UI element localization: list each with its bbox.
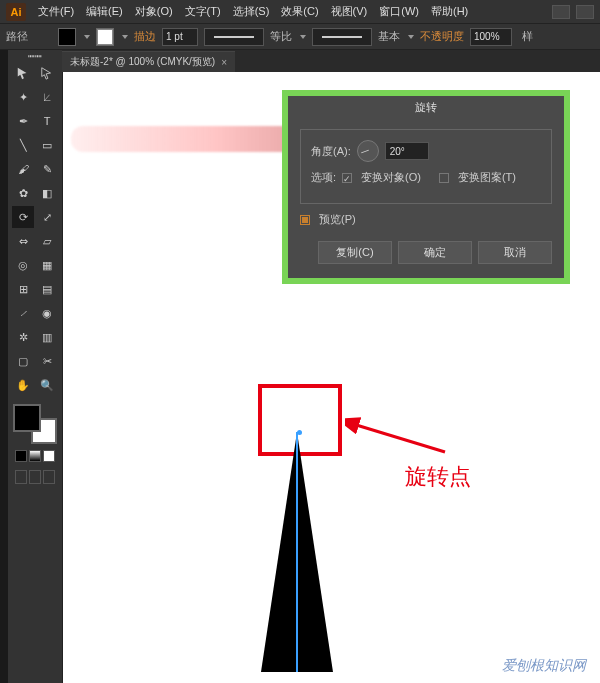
ok-button[interactable]: 确定 — [398, 241, 472, 264]
path-label: 路径 — [6, 29, 28, 44]
zoom-tool[interactable]: 🔍 — [36, 374, 58, 396]
workspace-icon[interactable] — [552, 5, 570, 19]
brush-select[interactable] — [312, 28, 372, 46]
eyedropper-tool[interactable]: ⟋ — [12, 302, 34, 324]
close-icon[interactable]: × — [221, 57, 227, 68]
hand-tool[interactable]: ✋ — [12, 374, 34, 396]
menu-view[interactable]: 视图(V) — [325, 2, 374, 21]
preview-label: 预览(P) — [319, 212, 356, 227]
document-tab-title: 未标题-2* @ 100% (CMYK/预览) — [70, 55, 215, 69]
width-tool[interactable]: ⇔ — [12, 230, 34, 252]
shape-builder-tool[interactable]: ◎ — [12, 254, 34, 276]
copy-button[interactable]: 复制(C) — [318, 241, 392, 264]
toolbox: ┉┉ ✦ ⟀ ✒ T ╲ ▭ 🖌 ✎ ✿ ◧ — [8, 50, 62, 683]
document-area: 未标题-2* @ 100% (CMYK/预览) × 旋转 角度(A): — [62, 50, 600, 683]
screen-mode-normal[interactable] — [15, 470, 27, 484]
canvas[interactable]: 旋转 角度(A): 选项: — [62, 72, 600, 683]
line-tool[interactable]: ╲ — [12, 134, 34, 156]
menu-object[interactable]: 对象(O) — [129, 2, 179, 21]
color-mode-gradient[interactable] — [29, 450, 41, 462]
eraser-tool[interactable]: ◧ — [36, 182, 58, 204]
menubar: Ai 文件(F) 编辑(E) 对象(O) 文字(T) 选择(S) 效果(C) 视… — [0, 0, 600, 24]
menu-select[interactable]: 选择(S) — [227, 2, 276, 21]
color-picker[interactable] — [13, 404, 57, 444]
style-label[interactable]: 样 — [522, 29, 533, 44]
arrange-icon[interactable] — [576, 5, 594, 19]
document-tabbar: 未标题-2* @ 100% (CMYK/预览) × — [62, 50, 600, 72]
menu-window[interactable]: 窗口(W) — [373, 2, 425, 21]
screen-mode-presentation[interactable] — [43, 470, 55, 484]
magic-wand-tool[interactable]: ✦ — [12, 86, 34, 108]
toolbox-grip-icon[interactable]: ┉┉ — [12, 52, 58, 60]
panel-gutter — [0, 50, 8, 683]
rotate-tool[interactable]: ⟳ — [12, 206, 34, 228]
cancel-button[interactable]: 取消 — [478, 241, 552, 264]
lasso-tool[interactable]: ⟀ — [36, 86, 58, 108]
screen-modes — [15, 470, 55, 484]
control-bar: 路径 描边 等比 基本 不透明度 样 — [0, 24, 600, 50]
rotate-dialog: 旋转 角度(A): 选项: — [282, 90, 570, 284]
transform-objects-checkbox[interactable] — [342, 173, 352, 183]
color-mode-row — [15, 450, 55, 462]
angle-label: 角度(A): — [311, 144, 351, 159]
menu-file[interactable]: 文件(F) — [32, 2, 80, 21]
menu-effect[interactable]: 效果(C) — [275, 2, 324, 21]
transform-patterns-checkbox[interactable] — [439, 173, 449, 183]
transform-patterns-label: 变换图案(T) — [458, 170, 516, 185]
blob-brush-tool[interactable]: ✿ — [12, 182, 34, 204]
brush-tool[interactable]: 🖌 — [12, 158, 34, 180]
stroke-label[interactable]: 描边 — [134, 29, 156, 44]
screen-mode-full[interactable] — [29, 470, 41, 484]
stroke-weight-input[interactable] — [162, 28, 198, 46]
foreground-color-swatch[interactable] — [13, 404, 41, 432]
blend-tool[interactable]: ◉ — [36, 302, 58, 324]
rotation-anchor-point[interactable] — [297, 430, 302, 435]
type-tool[interactable]: T — [36, 110, 58, 132]
stroke-profile-select[interactable] — [204, 28, 264, 46]
color-mode-solid[interactable] — [15, 450, 27, 462]
dialog-param-box: 角度(A): 选项: 变换对象(O) — [300, 129, 552, 204]
basic-label: 基本 — [378, 29, 400, 44]
slice-tool[interactable]: ✂ — [36, 350, 58, 372]
scale-tool[interactable]: ⤢ — [36, 206, 58, 228]
document-tab[interactable]: 未标题-2* @ 100% (CMYK/预览) × — [62, 51, 235, 72]
pen-tool[interactable]: ✒ — [12, 110, 34, 132]
menu-edit[interactable]: 编辑(E) — [80, 2, 129, 21]
watermark: 爱刨根知识网 — [502, 657, 586, 675]
graph-tool[interactable]: ▥ — [36, 326, 58, 348]
stroke-swatch[interactable] — [96, 28, 114, 46]
selection-tool[interactable] — [12, 62, 34, 84]
fill-swatch[interactable] — [58, 28, 76, 46]
transform-objects-label: 变换对象(O) — [361, 170, 421, 185]
free-transform-tool[interactable]: ▱ — [36, 230, 58, 252]
rectangle-tool[interactable]: ▭ — [36, 134, 58, 156]
preview-checkbox[interactable] — [300, 215, 310, 225]
gradient-tool[interactable]: ▤ — [36, 278, 58, 300]
dialog-title: 旋转 — [288, 96, 564, 119]
options-label: 选项: — [311, 170, 336, 185]
proportion-label: 等比 — [270, 29, 292, 44]
artboard-tool[interactable]: ▢ — [12, 350, 34, 372]
app-logo-icon: Ai — [6, 3, 26, 21]
pencil-tool[interactable]: ✎ — [36, 158, 58, 180]
angle-dial-icon[interactable] — [357, 140, 379, 162]
artwork-selection-line — [296, 432, 298, 672]
mesh-tool[interactable]: ⊞ — [12, 278, 34, 300]
annotation-text: 旋转点 — [405, 462, 471, 492]
angle-input[interactable] — [385, 142, 429, 160]
svg-line-0 — [353, 424, 445, 452]
main-area: ┉┉ ✦ ⟀ ✒ T ╲ ▭ 🖌 ✎ ✿ ◧ — [0, 50, 600, 683]
menu-type[interactable]: 文字(T) — [179, 2, 227, 21]
symbol-sprayer-tool[interactable]: ✲ — [12, 326, 34, 348]
app-window: Ai 文件(F) 编辑(E) 对象(O) 文字(T) 选择(S) 效果(C) 视… — [0, 0, 600, 683]
menu-help[interactable]: 帮助(H) — [425, 2, 474, 21]
color-mode-none[interactable] — [43, 450, 55, 462]
perspective-tool[interactable]: ▦ — [36, 254, 58, 276]
opacity-label[interactable]: 不透明度 — [420, 29, 464, 44]
direct-selection-tool[interactable] — [36, 62, 58, 84]
opacity-input[interactable] — [470, 28, 512, 46]
